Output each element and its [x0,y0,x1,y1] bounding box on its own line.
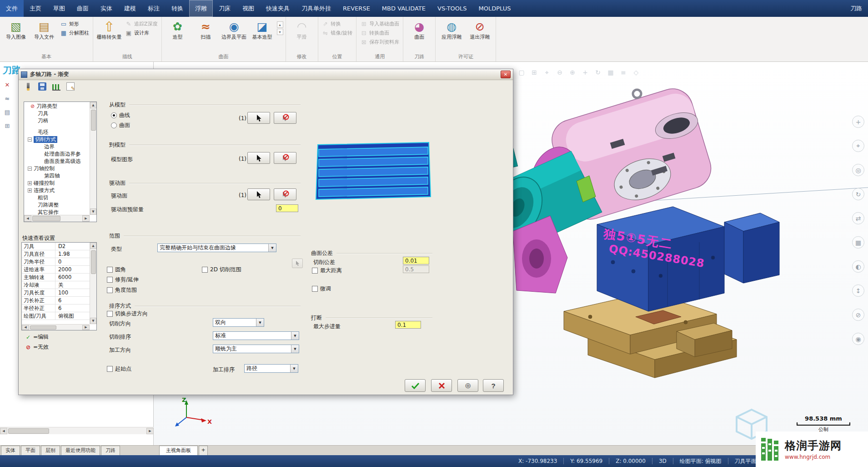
panel-close-icon[interactable] [4,81,11,88]
menu-tab[interactable]: VS-TOOLS [431,0,473,17]
rotate-view-icon[interactable] [594,68,602,76]
blank-entity-icon[interactable] [852,309,864,321]
menu-tab[interactable]: MBD VALIDATE [376,0,431,17]
collapse-icon[interactable] [28,167,32,171]
fine-tune-checkbox[interactable]: 微调 [312,285,331,293]
scroll-down-icon[interactable] [277,29,283,35]
regenerate-icon[interactable] [4,95,11,102]
save-parameters-icon[interactable] [38,82,46,91]
tree-item[interactable]: 毛坯 [24,128,90,136]
statistics-icon[interactable] [52,82,60,91]
tab-recent-functions[interactable]: 最近使用功能 [61,446,100,455]
grid-icon[interactable] [607,68,615,76]
basic-shape-button[interactable]: 基本造型 [249,18,276,40]
mill-direction-dropdown[interactable]: 顺铣为主 [213,345,299,353]
scrollbar-thumb[interactable] [30,325,56,330]
max-step-input[interactable]: 0.1 [395,321,421,329]
status-cplane[interactable]: 绘图平面: 俯视图 [680,457,722,465]
surface-toolpath-button[interactable]: 曲面 [406,18,433,40]
scrollbar-thumb[interactable] [32,216,60,221]
table-vertical-scrollbar[interactable] [90,243,96,324]
checkbox-icon[interactable] [107,277,113,283]
scroll-down-icon[interactable] [90,318,96,324]
menu-tab[interactable]: 主页 [24,0,47,17]
tree-horizontal-scrollbar[interactable] [24,215,90,222]
range-select-button[interactable] [292,259,303,268]
zoom-target-icon[interactable] [852,140,864,152]
edit-notes-icon[interactable] [66,82,75,91]
range-type-dropdown[interactable]: 完整精确开始与结束在曲面边缘 [157,244,276,252]
checkbox-icon[interactable] [107,366,113,372]
tree-item[interactable]: 刀具 [24,110,90,117]
panel-options-icon[interactable] [4,108,11,116]
deselect-drive-surface-button[interactable] [274,188,296,200]
start-point-checkbox[interactable]: 起始点 [107,365,131,373]
scroll-down-icon[interactable] [90,208,96,215]
scrollbar-thumb[interactable] [91,250,96,274]
menu-tab-toolpath[interactable]: 刀路 [844,0,868,17]
expand-icon[interactable] [28,181,32,185]
display-options-icon[interactable] [619,68,627,76]
modeling-button[interactable]: 造型 [164,18,191,40]
cancel-button[interactable] [431,379,452,392]
isometric-icon[interactable] [632,68,640,76]
tab-levels[interactable]: 层别 [41,446,60,455]
add-viewsheet-button[interactable]: + [199,446,208,455]
rotate-view-icon[interactable] [852,188,864,200]
scroll-right-icon[interactable] [146,428,154,434]
tree-vertical-scrollbar[interactable] [90,102,96,215]
design-library-button[interactable]: 设计库 [124,29,159,36]
checkbox-icon[interactable] [107,287,113,293]
import-image-button[interactable]: 导入图像 [2,18,30,40]
scroll-up-icon[interactable] [90,102,96,108]
table-horizontal-scrollbar[interactable] [22,324,90,330]
zoom-out-icon[interactable] [556,68,564,76]
select-drive-surface-button[interactable] [247,188,270,200]
tree-item[interactable]: 刀轴控制 [24,165,90,172]
zoom-target-icon[interactable] [543,68,551,76]
checkbox-icon[interactable] [107,267,113,273]
max-distance-checkbox[interactable]: 最大距离 [312,267,342,274]
grid-toggle-icon[interactable] [852,236,864,249]
zoom-in-icon[interactable] [568,68,577,76]
menu-tab-active[interactable]: 浮雕 [189,0,213,17]
pan-view-icon[interactable] [852,212,864,224]
cut-tolerance-input[interactable]: 0.01 [403,257,429,264]
menu-tab-file[interactable]: 文件 [0,0,24,17]
raster-to-vector-button[interactable]: 栅格转矢量 [95,18,123,40]
scrollbar-thumb[interactable] [91,110,96,131]
save-to-library-button[interactable]: 保存到资料库 [359,38,401,46]
process-order-dropdown[interactable]: 路径 [244,364,298,373]
2d-cut-range-checkbox[interactable]: 2D 切削范围 [202,266,241,274]
menu-tab[interactable]: 曲面 [71,0,95,17]
apply-button[interactable] [457,379,478,392]
tree-item[interactable]: 第四轴 [24,172,90,179]
convert-surface-button[interactable]: 转换曲面 [359,29,401,36]
status-mode[interactable]: 3D [659,458,667,464]
scroll-right-icon[interactable] [82,215,90,222]
tab-solids[interactable]: 实体 [1,446,20,455]
radio-curve[interactable]: 曲线 [111,112,130,119]
menu-tab[interactable]: 转换 [166,0,189,17]
max-distance-input[interactable]: 0.5 [403,265,429,273]
trace-z-depth-button[interactable]: 追踪Z深度 [124,20,159,27]
drive-stock-input[interactable]: 0 [276,204,298,212]
scroll-left-icon[interactable] [24,215,31,222]
pan-icon[interactable] [581,68,589,76]
tree-item[interactable]: 连接方式 [24,187,90,194]
scrollbar-thumb[interactable] [8,428,49,434]
close-icon[interactable] [501,71,511,78]
tree-item[interactable]: 碰撞控制 [24,179,90,187]
exit-relief-button[interactable]: 退出浮雕 [466,18,493,40]
select-to-model-button[interactable] [247,152,270,164]
tree-item[interactable]: 刀柄 [24,117,90,124]
menu-tab[interactable]: 建模 [118,0,142,17]
scroll-right-icon[interactable] [82,325,90,330]
angle-range-checkbox[interactable]: 角度范围 [107,286,137,294]
checkbox-icon[interactable] [107,311,113,317]
checkbox-icon[interactable] [202,267,208,273]
menu-tab[interactable]: 刀具单外挂 [296,0,337,17]
tab-planes[interactable]: 平面 [21,446,40,455]
expand-icon[interactable] [28,188,32,193]
smooth-button[interactable]: 平滑 [288,18,316,40]
